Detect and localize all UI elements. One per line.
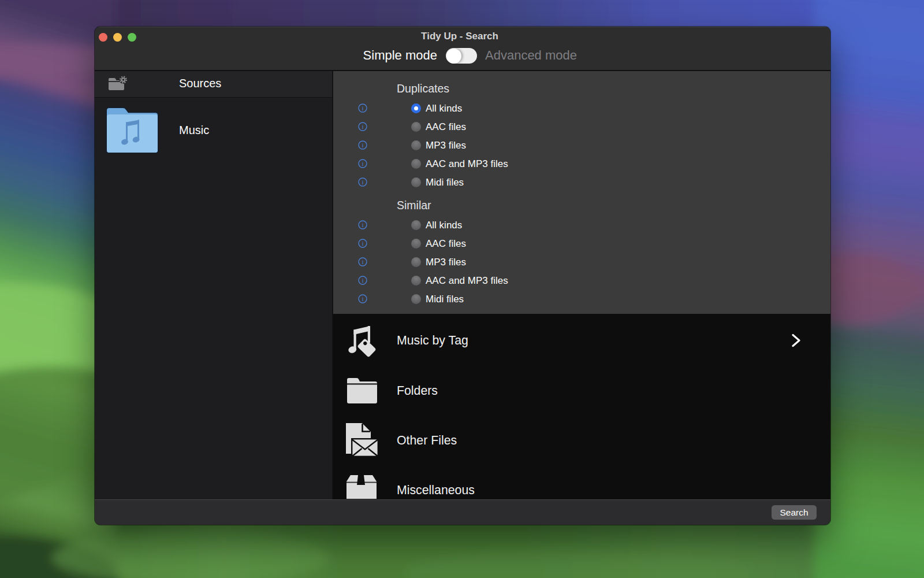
svg-text:i: i: [362, 221, 363, 228]
svg-text:i: i: [362, 179, 363, 186]
svg-text:i: i: [362, 258, 363, 265]
svg-text:i: i: [362, 295, 363, 302]
svg-text:i: i: [362, 277, 363, 284]
svg-text:i: i: [362, 142, 363, 149]
svg-text:i: i: [362, 123, 363, 130]
svg-text:i: i: [362, 240, 363, 247]
svg-text:i: i: [362, 105, 363, 112]
svg-text:i: i: [362, 160, 363, 167]
